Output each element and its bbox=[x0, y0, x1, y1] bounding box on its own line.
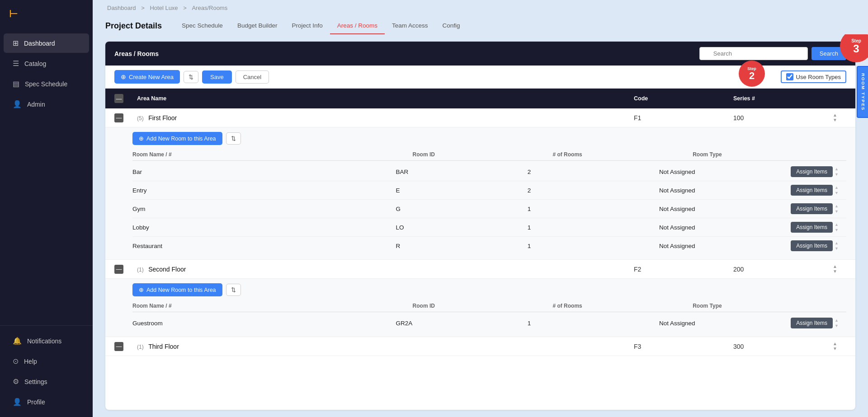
breadcrumb-hotel[interactable]: Hotel Luxe bbox=[150, 5, 178, 11]
tab-config[interactable]: Config bbox=[435, 18, 467, 34]
plus-circle-icon: ⊕ bbox=[121, 73, 126, 80]
collapse-third-floor-button[interactable]: — bbox=[114, 342, 123, 351]
cancel-button[interactable]: Cancel bbox=[236, 70, 269, 84]
col-room-id: Room ID bbox=[413, 151, 553, 158]
room-name-gym: Gym bbox=[132, 206, 396, 212]
collapse-first-floor-button[interactable]: — bbox=[114, 113, 123, 122]
use-room-types-label[interactable]: Use Room Types bbox=[781, 70, 846, 83]
sidebar-item-dashboard[interactable]: ⊞ Dashboard bbox=[4, 33, 89, 53]
room-type-guestroom: Not Assigned bbox=[659, 320, 791, 327]
sort-rooms-icon: ⇅ bbox=[231, 135, 236, 142]
assign-items-lobby-button[interactable]: Assign Items bbox=[791, 222, 833, 233]
tab-areas-rooms[interactable]: Areas / Rooms bbox=[330, 18, 385, 34]
tab-team-access[interactable]: Team Access bbox=[385, 18, 435, 34]
sort-up-icon[interactable]: ▲ bbox=[833, 342, 855, 346]
assign-items-guestroom-button[interactable]: Assign Items bbox=[791, 318, 833, 328]
sort-up-icon[interactable]: ▲ bbox=[833, 264, 855, 269]
first-floor-code: F1 bbox=[634, 114, 733, 122]
col-area-name: Area Name bbox=[137, 94, 634, 103]
breadcrumb: Dashboard > Hotel Luxe > Areas/Rooms bbox=[93, 0, 868, 16]
sidebar-item-profile[interactable]: 👤 Profile bbox=[4, 392, 89, 412]
sidebar-item-notifications[interactable]: 🔔 Notifications bbox=[4, 331, 89, 351]
sidebar-item-spec-schedule[interactable]: ▤ Spec Schedule bbox=[4, 74, 89, 94]
sidebar-item-catalog-label: Catalog bbox=[24, 60, 46, 67]
add-room-second-floor-button[interactable]: ⊕ Add New Room to this Area bbox=[132, 283, 222, 296]
logo-icon: ⊢ bbox=[9, 8, 18, 20]
area-row-second-floor: — (1) Second Floor F2 200 ▲ ▼ bbox=[105, 260, 855, 279]
room-id-gym: G bbox=[396, 206, 528, 212]
sidebar-item-spec-schedule-label: Spec Schedule bbox=[25, 80, 67, 88]
areas-body[interactable]: — (5) First Floor F1 100 ▲ ▼ bbox=[105, 108, 855, 410]
room-row-entry: Entry E 2 Not Assigned Assign Items ▲ ▼ bbox=[132, 181, 846, 200]
sort-button[interactable]: ⇅ bbox=[184, 71, 198, 83]
sidebar-item-settings[interactable]: ⚙ Settings bbox=[4, 372, 89, 391]
step2-number: 2 bbox=[749, 71, 755, 81]
room-id-lobby: LO bbox=[396, 224, 528, 231]
room-row-gym: Gym G 1 Not Assigned Assign Items ▲ ▼ bbox=[132, 200, 846, 218]
home-icon: ⊞ bbox=[13, 39, 19, 47]
area-expand-second-floor[interactable]: — bbox=[114, 265, 137, 274]
area-expand-first-floor[interactable]: — bbox=[114, 113, 137, 122]
content-wrapper: Step 2 Step 3 ROOM TYPES Areas / Rooms S… bbox=[93, 34, 868, 417]
search-input[interactable] bbox=[699, 47, 808, 60]
col-room-name: Room Name / # bbox=[132, 303, 413, 309]
bar-sort-up-icon[interactable]: ▲ bbox=[835, 167, 846, 172]
sort-down-icon[interactable]: ▼ bbox=[833, 118, 855, 122]
room-types-tab[interactable]: ROOM TYPES bbox=[857, 66, 868, 118]
save-button[interactable]: Save bbox=[202, 70, 232, 84]
create-new-area-button[interactable]: ⊕ Create New Area bbox=[114, 70, 180, 84]
room-name-entry: Entry bbox=[132, 187, 396, 194]
sort-rooms-second-floor-button[interactable]: ⇅ bbox=[226, 284, 241, 296]
gym-sort-up-icon[interactable]: ▲ bbox=[835, 204, 846, 209]
sidebar-item-profile-label: Profile bbox=[27, 398, 45, 406]
step2-badge: Step 2 bbox=[739, 61, 765, 87]
areas-panel-title: Areas / Rooms bbox=[114, 50, 159, 57]
lobby-sort-down-icon[interactable]: ▼ bbox=[835, 228, 846, 233]
tab-spec-schedule[interactable]: Spec Schedule bbox=[175, 18, 230, 34]
second-floor-sort: ▲ ▼ bbox=[833, 264, 855, 274]
step3-number: 3 bbox=[853, 43, 859, 54]
col-room-id: Room ID bbox=[413, 303, 553, 309]
guestroom-sort-down-icon[interactable]: ▼ bbox=[835, 323, 846, 328]
entry-sort-up-icon[interactable]: ▲ bbox=[835, 185, 846, 190]
add-room-first-floor-button[interactable]: ⊕ Add New Room to this Area bbox=[132, 132, 222, 145]
second-floor-code: F2 bbox=[634, 266, 733, 273]
assign-items-gym-button[interactable]: Assign Items bbox=[791, 203, 833, 214]
breadcrumb-areas-rooms[interactable]: Areas/Rooms bbox=[192, 5, 227, 11]
tab-project-info[interactable]: Project Info bbox=[284, 18, 330, 34]
assign-items-restaurant-button[interactable]: Assign Items bbox=[791, 240, 833, 251]
sort-up-icon[interactable]: ▲ bbox=[833, 113, 855, 117]
guestroom-sort-up-icon[interactable]: ▲ bbox=[835, 318, 846, 323]
bar-sort-down-icon[interactable]: ▼ bbox=[835, 172, 846, 177]
first-floor-sub-area: ⊕ Add New Room to this Area ⇅ Room Name … bbox=[105, 127, 855, 260]
area-expand-third-floor[interactable]: — bbox=[114, 342, 137, 351]
sort-rooms-first-floor-button[interactable]: ⇅ bbox=[226, 132, 241, 145]
sort-down-icon[interactable]: ▼ bbox=[833, 347, 855, 351]
collapse-second-floor-button[interactable]: — bbox=[114, 265, 123, 274]
sort-down-icon[interactable]: ▼ bbox=[833, 269, 855, 274]
sidebar-item-catalog[interactable]: ☰ Catalog bbox=[4, 54, 89, 73]
sidebar-item-help[interactable]: ⊙ Help bbox=[4, 351, 89, 371]
room-id-entry: E bbox=[396, 187, 528, 194]
assign-items-entry-button[interactable]: Assign Items bbox=[791, 185, 833, 196]
sidebar-item-admin[interactable]: 👤 Admin bbox=[4, 94, 89, 114]
area-row-first-floor: — (5) First Floor F1 100 ▲ ▼ bbox=[105, 108, 855, 127]
lobby-sort-up-icon[interactable]: ▲ bbox=[835, 222, 846, 227]
expand-all-button[interactable]: — bbox=[114, 94, 123, 103]
use-room-types-checkbox[interactable] bbox=[786, 73, 793, 80]
tab-budget-builder[interactable]: Budget Builder bbox=[230, 18, 285, 34]
restaurant-sort-down-icon[interactable]: ▼ bbox=[835, 246, 846, 251]
third-floor-series: 300 bbox=[733, 343, 833, 350]
entry-sort-down-icon[interactable]: ▼ bbox=[835, 191, 846, 196]
restaurant-sort-up-icon[interactable]: ▲ bbox=[835, 241, 846, 246]
room-type-entry: Not Assigned bbox=[659, 187, 791, 194]
sidebar-item-admin-label: Admin bbox=[27, 101, 45, 108]
room-row-bar: Bar BAR 2 Not Assigned Assign Items ▲ ▼ bbox=[132, 163, 846, 181]
num-rooms-guestroom: 1 bbox=[528, 320, 659, 327]
room-type-bar: Not Assigned bbox=[659, 169, 791, 175]
gym-sort-down-icon[interactable]: ▼ bbox=[835, 209, 846, 214]
col-expand: — bbox=[114, 92, 137, 105]
search-group: Search bbox=[699, 47, 846, 60]
breadcrumb-dashboard[interactable]: Dashboard bbox=[107, 5, 136, 11]
assign-items-bar-button[interactable]: Assign Items bbox=[791, 166, 833, 177]
